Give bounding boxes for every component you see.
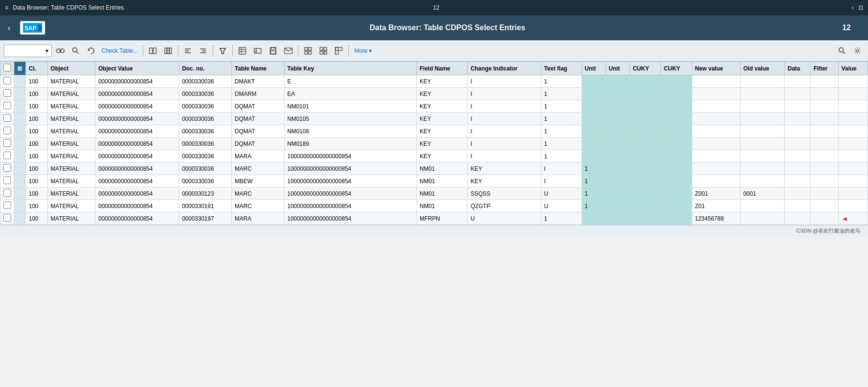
cell-cuky2 — [661, 200, 692, 212]
align-right-btn[interactable] — [196, 44, 210, 58]
row-icon-cell — [14, 100, 26, 113]
col-header-cuky1[interactable]: CUKY — [629, 62, 661, 75]
back-window-btn[interactable]: ‹ — [852, 4, 854, 11]
col-header-value[interactable]: Value — [838, 62, 868, 75]
subtotal-btn[interactable] — [317, 44, 330, 58]
cell-cuky2 — [661, 163, 692, 175]
col-header-new-value[interactable]: New value — [692, 62, 740, 75]
table-view-btn[interactable] — [236, 44, 249, 58]
column-chooser-btn[interactable] — [146, 44, 160, 58]
cell-value — [838, 163, 868, 175]
cell-tableKey: E — [284, 75, 416, 88]
cell-unit2 — [605, 188, 629, 200]
table-row: 100MATERIAL000000000000008540000330197MA… — [0, 212, 868, 225]
cell-filter — [811, 125, 838, 138]
cell-object: MATERIAL — [47, 75, 95, 88]
cell-docNo: 0000330123 — [179, 188, 231, 200]
cell-cuky — [629, 212, 661, 225]
cell-objectValue: 00000000000000854 — [95, 188, 179, 200]
row-icon-cell — [14, 150, 26, 163]
col-header-cuky2[interactable]: CUKY — [661, 62, 692, 75]
cell-fieldName: MFRPN — [416, 212, 467, 225]
cell-oldValue — [740, 175, 785, 188]
cell-newValue — [692, 163, 740, 175]
col-header-table-name[interactable]: Table Name — [232, 62, 285, 75]
align-left-btn[interactable] — [181, 44, 194, 58]
cell-data — [785, 100, 811, 113]
col-header-change-indicator[interactable]: Change Indicator — [468, 62, 541, 75]
cell-oldValue — [740, 212, 785, 225]
cell-unit — [582, 88, 605, 100]
more-btn[interactable]: More ▾ — [352, 46, 375, 56]
refresh-btn[interactable] — [84, 44, 98, 58]
col-header-doc-no[interactable]: Doc. no. — [179, 62, 231, 75]
row-checkbox[interactable] — [3, 152, 11, 159]
cell-unit: 1 — [582, 188, 605, 200]
check-table-btn[interactable]: Check Table... — [100, 46, 140, 56]
cell-filter — [811, 175, 838, 188]
col-header-filter[interactable]: Filter — [811, 62, 838, 75]
col-header-old-value[interactable]: Old value — [740, 62, 785, 75]
menu-icon[interactable]: ≡ — [5, 4, 8, 11]
cell-fieldName: NM01 — [416, 163, 467, 175]
svg-marker-21 — [220, 48, 226, 54]
cell-value — [838, 200, 868, 212]
grid-btn[interactable] — [301, 44, 315, 58]
cell-object: MATERIAL — [47, 200, 95, 212]
cell-newValue — [692, 88, 740, 100]
row-checkbox[interactable] — [3, 102, 11, 109]
cell-value — [838, 175, 868, 188]
row-checkbox[interactable] — [3, 201, 11, 209]
cell-cuky2 — [661, 100, 692, 113]
row-checkbox[interactable] — [3, 114, 11, 122]
cell-changeIndicator: I — [468, 88, 541, 100]
row-checkbox[interactable] — [3, 77, 11, 84]
col-header-object[interactable]: Object — [47, 62, 95, 75]
col-header-unit2[interactable]: Unit — [605, 62, 629, 75]
settings-btn[interactable] — [161, 44, 175, 58]
row-checkbox[interactable] — [3, 139, 11, 147]
row-checkbox[interactable] — [3, 127, 11, 134]
cell-fieldName: NM01 — [416, 200, 467, 212]
cell-data — [785, 88, 811, 100]
col-header-text-flag[interactable]: Text flag — [541, 62, 582, 75]
col-header-table-key[interactable]: Table Key — [284, 62, 416, 75]
table-row: 100MATERIAL000000000000008540000330036DM… — [0, 88, 868, 100]
cell-textFlag: I — [541, 163, 582, 175]
cell-objectValue: 00000000000000854 — [95, 125, 179, 138]
search-btn[interactable] — [69, 44, 82, 58]
col-header-cl[interactable]: Cl. — [26, 62, 48, 75]
table-row: 100MATERIAL000000000000008540000330036DQ… — [0, 100, 868, 113]
col-header-field-name[interactable]: Field Name — [416, 62, 467, 75]
toolbar-search-btn[interactable] — [835, 44, 849, 58]
cell-data — [785, 125, 811, 138]
cell-filter — [811, 75, 838, 88]
filter-btn[interactable] — [216, 44, 229, 58]
pivot-btn[interactable] — [332, 44, 345, 58]
col-header-data[interactable]: Data — [785, 62, 811, 75]
binoculars-btn[interactable] — [54, 44, 67, 58]
row-checkbox[interactable] — [3, 189, 11, 197]
cell-oldValue — [740, 75, 785, 88]
table-row: 100MATERIAL000000000000008540000330036MA… — [0, 150, 868, 163]
svg-rect-10 — [149, 48, 152, 54]
select-all-checkbox[interactable] — [3, 64, 11, 71]
row-checkbox[interactable] — [3, 89, 11, 97]
toolbar-dropdown[interactable]: ▾ — [4, 45, 52, 57]
cell-textFlag: 1 — [541, 88, 582, 100]
toolbar-settings-btn[interactable] — [851, 44, 864, 58]
col-header-object-value[interactable]: Object Value — [95, 62, 179, 75]
col-header-unit1[interactable]: Unit — [582, 62, 605, 75]
cell-data — [785, 113, 811, 125]
cell-unit — [582, 138, 605, 150]
cell-newValue — [692, 75, 740, 88]
restore-window-btn[interactable]: ⊡ — [858, 4, 863, 11]
row-checkbox[interactable] — [3, 214, 11, 222]
row-checkbox[interactable] — [3, 176, 11, 184]
mail-btn[interactable] — [282, 44, 295, 58]
save-btn[interactable] — [266, 44, 280, 58]
export-btn[interactable]: W — [251, 44, 264, 58]
back-button[interactable]: ‹ — [8, 23, 11, 33]
row-checkbox[interactable] — [3, 164, 11, 172]
row-icon-cell — [14, 88, 26, 100]
